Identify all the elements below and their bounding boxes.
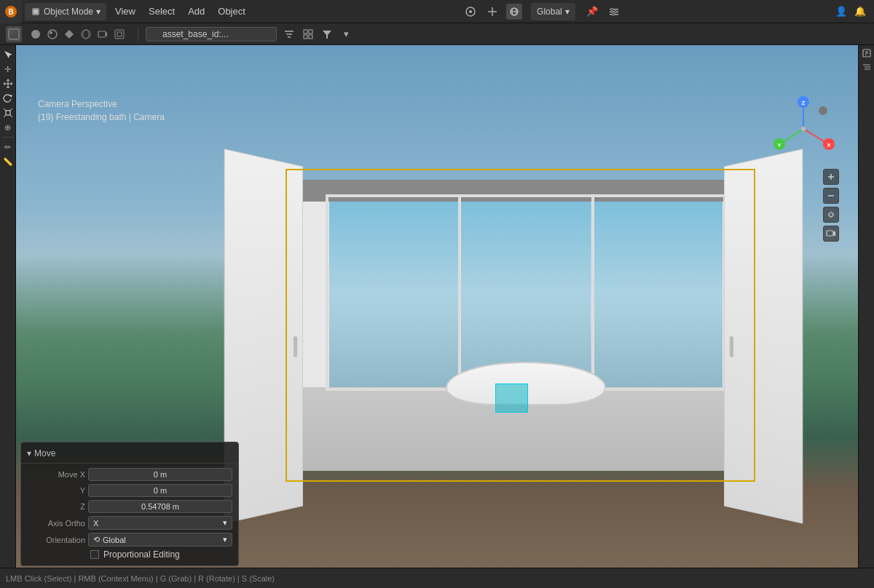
select-tool-icon[interactable]	[1, 48, 15, 61]
rendered-mode-icon[interactable]	[61, 26, 77, 42]
center-area: Global ▾ 📌	[251, 3, 833, 20]
filter-dropdown-icon[interactable]: ▾	[338, 26, 354, 42]
door-right	[724, 148, 803, 523]
search-wrapper: 🔍	[146, 27, 277, 41]
menu-add[interactable]: Add	[182, 3, 210, 20]
menu-view[interactable]: View	[109, 3, 141, 20]
svg-line-65	[4, 115, 6, 117]
3d-view-icon[interactable]	[6, 26, 22, 42]
orientation-row: Orientation ⟲ Global ▾	[21, 531, 238, 548]
bottom-status-bar: LMB Click (Select) | RMB (Context Menu) …	[0, 568, 874, 588]
search-filter-icon[interactable]	[281, 26, 297, 42]
move-panel: ▾ Move Move X 0 m Y 0 m Z 0.54708 m Axis…	[20, 442, 239, 566]
camera-info: Camera Perspective (19) Freestanding bat…	[38, 98, 165, 124]
orientation-dropdown[interactable]: ⟲ Global ▾	[88, 533, 232, 547]
orientation-label: Orientation	[27, 536, 85, 544]
annotate-tool-icon[interactable]: ✏	[1, 140, 15, 154]
menu-select[interactable]: Select	[143, 3, 181, 20]
axis-ortho-row: Axis Ortho X ▾	[21, 514, 238, 531]
svg-rect-28	[309, 35, 312, 39]
zoom-in-icon[interactable]	[823, 169, 839, 185]
svg-line-64	[10, 108, 12, 111]
rotate-tool-icon[interactable]	[1, 92, 15, 105]
move-x-row: Move X 0 m	[21, 466, 238, 482]
pan-icon[interactable]	[823, 207, 839, 223]
orientation-chevron-icon: ▾	[223, 535, 227, 544]
toolbar-bar: 🔍 ▾	[0, 23, 874, 45]
svg-point-11	[610, 8, 613, 10]
window-mullion-1	[458, 194, 461, 391]
proportional-editing-checkbox[interactable]	[90, 550, 99, 559]
selection-box	[495, 384, 528, 413]
svg-point-16	[48, 30, 57, 39]
orientation-globe-icon: ⟲	[93, 535, 100, 544]
svg-rect-26	[309, 30, 312, 33]
svg-point-57	[801, 127, 806, 131]
camera-icon[interactable]	[823, 226, 839, 242]
global-transform-btn[interactable]	[506, 4, 522, 20]
notification-icon[interactable]: 🔔	[852, 4, 868, 20]
svg-point-56	[819, 106, 827, 115]
move-panel-title: Move	[34, 448, 55, 458]
move-tool-icon[interactable]	[1, 77, 15, 90]
top-menu-bar: B Object Mode ▾ View Select Add Object G…	[0, 0, 874, 23]
material-mode-icon[interactable]	[44, 26, 60, 42]
wireframe-mode-icon[interactable]	[78, 26, 94, 42]
pin-icon[interactable]: 📌	[584, 4, 600, 20]
svg-rect-25	[304, 30, 307, 33]
properties-icon[interactable]	[862, 48, 872, 60]
mode-selector[interactable]: Object Mode ▾	[25, 3, 106, 20]
svg-point-17	[50, 31, 52, 34]
move-panel-header: ▾ Move	[21, 447, 238, 464]
settings-icon[interactable]	[606, 4, 622, 20]
move-x-label: Move X	[27, 470, 85, 479]
window-mullion-2	[591, 194, 594, 391]
orientation-value: Global	[103, 536, 126, 544]
scale-tool-icon[interactable]	[1, 106, 15, 119]
measure-tool-icon[interactable]: 📏	[1, 155, 15, 168]
mode-label: Object Mode	[44, 7, 93, 17]
svg-marker-22	[106, 32, 107, 36]
svg-rect-62	[6, 111, 10, 115]
axis-ortho-chevron-icon: ▾	[223, 518, 227, 528]
svg-text:X: X	[827, 142, 831, 148]
transform-tool-icon[interactable]: ⊕	[1, 121, 15, 134]
door-handle-right	[730, 336, 733, 357]
filter-icon[interactable]	[319, 26, 335, 42]
blender-logo: B	[0, 0, 22, 23]
svg-point-12	[614, 10, 616, 12]
left-sidebar: ✛ ⊕ ✏ 📏	[0, 45, 16, 568]
cursor-tool-icon[interactable]: ✛	[1, 63, 15, 76]
render-region-icon[interactable]	[111, 26, 127, 42]
menu-items: View Select Add Object	[109, 3, 251, 20]
svg-rect-3	[34, 9, 38, 14]
nav-gizmo[interactable]: Z X Y	[771, 96, 836, 162]
outliner-icon[interactable]	[862, 62, 872, 74]
snap-icon[interactable]	[462, 4, 479, 20]
user-icon[interactable]: 👤	[833, 4, 849, 20]
move-z-label: Z	[27, 502, 85, 511]
move-panel-collapse-icon[interactable]: ▾	[27, 448, 31, 458]
display-mode-icon[interactable]	[300, 26, 316, 42]
status-info: LMB Click (Select) | RMB (Context Menu) …	[6, 574, 275, 583]
move-z-value[interactable]: 0.54708 m	[88, 500, 232, 513]
solid-mode-icon[interactable]	[28, 26, 44, 42]
svg-point-20	[83, 30, 89, 39]
svg-text:Y: Y	[777, 142, 782, 148]
global-dropdown[interactable]: Global ▾	[531, 3, 575, 20]
svg-rect-14	[9, 29, 19, 39]
move-y-value[interactable]: 0 m	[88, 484, 232, 497]
menu-object[interactable]: Object	[212, 3, 251, 20]
camera-view-icon[interactable]	[95, 26, 111, 42]
svg-text:B: B	[8, 8, 13, 16]
svg-rect-24	[117, 32, 122, 36]
move-x-value[interactable]: 0 m	[88, 468, 232, 481]
move-y-row: Y 0 m	[21, 482, 238, 498]
transform-icon[interactable]	[484, 4, 500, 20]
zoom-out-icon[interactable]	[823, 188, 839, 204]
svg-rect-23	[115, 30, 124, 39]
asset-search-input[interactable]	[146, 27, 277, 41]
svg-line-66	[10, 115, 12, 117]
svg-rect-59	[827, 231, 833, 236]
axis-ortho-dropdown[interactable]: X ▾	[88, 516, 232, 530]
